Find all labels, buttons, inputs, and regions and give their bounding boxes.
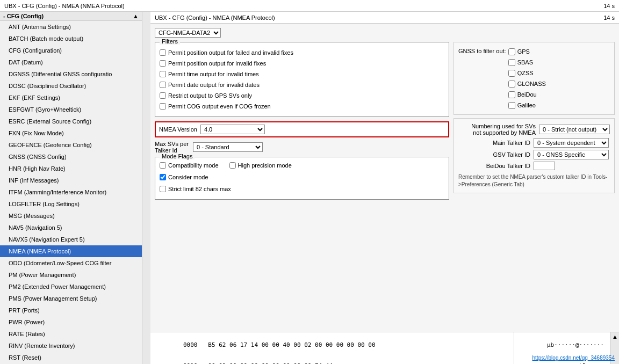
sidebar: - CFG (Config) ▲ ANT (Antenna Settings)B… [0, 12, 142, 364]
filter-checkbox-permit-date[interactable] [160, 82, 166, 88]
sidebar-item-rinv[interactable]: RINV (Remote Inventory) [0, 340, 142, 352]
filter-label-permit-cog: Permit COG output even if COG frozen [168, 101, 271, 111]
sidebar-item-odo[interactable]: ODO (Odometer/Low-Speed COG filter [0, 257, 142, 269]
max-svs-row: Max SVs perTalker Id 0 - Standard [155, 141, 449, 154]
gnss-filter-area: GNSS to filter out: GPSSBASQZSSGLONASSBe… [454, 42, 615, 115]
sidebar-item-logfilter[interactable]: LOGFILTER (Log Settings) [0, 198, 142, 210]
config-dropdown[interactable]: CFG-NMEA-DATA2 [155, 28, 221, 38]
mode-flag-row-high-precision: High precision mode [229, 161, 292, 170]
sidebar-item-batch[interactable]: BATCH (Batch mode output) [0, 33, 142, 45]
sidebar-item-esfgwt[interactable]: ESFGWT (Gyro+Wheeltick) [0, 104, 142, 115]
sidebar-item-rst[interactable]: RST (Reset) [0, 352, 142, 363]
mode-flags-row2: Strict limit 82 chars max [160, 184, 444, 195]
left-panel: Filters Permit position output for faile… [155, 42, 449, 204]
sidebar-item-geofence[interactable]: GEOFENCE (Geofence Config) [0, 139, 142, 151]
mode-flag-checkbox-strict-82[interactable] [160, 186, 166, 192]
gnss-checkbox-beidou[interactable] [508, 91, 515, 98]
sidebar-item-dosc[interactable]: DOSC (Disciplined Oscillator) [0, 80, 142, 92]
gnss-check-row-sbas: SBAS [508, 57, 546, 67]
gnss-checkbox-galileo[interactable] [508, 102, 515, 109]
main-talker-row: Main Talker ID 0 - System dependent1 - G… [458, 138, 610, 148]
filter-checkbox-permit-pos-failed[interactable] [160, 49, 166, 56]
mode-flags-group: Mode Flags Compatibility modeHigh precis… [155, 157, 449, 200]
mode-flag-row-consider-mode: Consider mode [160, 172, 444, 182]
sidebar-item-cfg[interactable]: CFG (Configuration) [0, 45, 142, 56]
sidebar-item-fxn[interactable]: FXN (Fix Now Mode) [0, 127, 142, 139]
sidebar-item-pms[interactable]: PMS (Power Management Setup) [0, 293, 142, 304]
gnss-label-galileo: Galileo [517, 100, 536, 110]
sidebar-item-hnr[interactable]: HNR (High Nav Rate) [0, 163, 142, 174]
gnss-label-gps: GPS [517, 47, 530, 56]
sidebar-item-dat[interactable]: DAT (Datum) [0, 56, 142, 68]
filter-row-permit-pos-invalid: Permit position output for invalid fixes [160, 59, 444, 68]
filter-checkbox-restrict-gps[interactable] [160, 92, 166, 99]
title-bar: UBX - CFG (Config) - NMEA (NMEA Protocol… [0, 0, 619, 12]
watermark: https://blog.csdn.net/qq_34689354 [530, 354, 617, 362]
sidebar-item-ant[interactable]: ANT (Antenna Settings) [0, 21, 142, 33]
gnss-checkbox-sbas[interactable] [508, 59, 515, 66]
gsv-talker-label: GSV Talker ID [458, 151, 534, 158]
nmea-version-box: NMEA Version 4.04.12.33.03.1 [155, 121, 449, 137]
gnss-check-row-qzss: QZSS [508, 68, 546, 78]
talker-area: Numbering used for SVs not supported by … [454, 118, 615, 193]
mode-flags-row0: Compatibility modeHigh precision mode [160, 161, 444, 171]
numbering-row: Numbering used for SVs not supported by … [458, 123, 610, 136]
filter-checkbox-permit-cog[interactable] [160, 103, 166, 110]
sidebar-item-nav5[interactable]: NAV5 (Navigation 5) [0, 222, 142, 234]
filter-row-permit-pos-failed: Permit position output for failed and in… [160, 48, 444, 57]
gsv-talker-row: GSV Talker ID 0 - GNSS Specific1 - Main … [458, 150, 610, 159]
gnss-filter-label: GNSS to filter out: [458, 47, 506, 110]
gnss-label-beidou: BeiDou [517, 90, 537, 99]
filter-row-permit-cog: Permit COG output even if COG frozen [160, 101, 444, 111]
mode-flag-label-strict-82: Strict limit 82 chars max [168, 184, 231, 194]
filter-row-restrict-gps: Restrict output to GPS SVs only [160, 91, 444, 100]
filter-row-permit-time: Permit time output for invalid times [160, 69, 444, 79]
sidebar-scrollbar[interactable] [142, 12, 150, 364]
gnss-checkbox-glonass[interactable] [508, 81, 515, 88]
mode-flag-label-consider-mode: Consider mode [168, 172, 208, 182]
mode-flag-checkbox-compat-mode[interactable] [160, 162, 166, 169]
sidebar-item-pwr[interactable]: PWR (Power) [0, 316, 142, 328]
sidebar-item-navx5[interactable]: NAVX5 (Navigation Expert 5) [0, 234, 142, 245]
hex-left: 0000 B5 62 06 17 14 00 00 40 00 02 00 00… [150, 332, 514, 364]
sidebar-item-pm[interactable]: PM (Power Management) [0, 269, 142, 281]
sidebar-item-pm2[interactable]: PM2 (Extended Power Management) [0, 281, 142, 293]
sidebar-item-inf[interactable]: INF (Inf Messages) [0, 174, 142, 186]
mode-flag-row-strict-82: Strict limit 82 chars max [160, 184, 444, 194]
sidebar-item-nmea[interactable]: NMEA (NMEA Protocol) [0, 245, 142, 257]
content-title: UBX - CFG (Config) - NMEA (NMEA Protocol… [155, 14, 275, 21]
gnss-checkbox-qzss[interactable] [508, 70, 515, 77]
mode-flag-checkbox-high-precision[interactable] [229, 162, 236, 169]
max-svs-dropdown[interactable]: 0 - Standard [193, 142, 263, 152]
main-talker-dropdown[interactable]: 0 - System dependent1 - GP2 - GL3 - GN [534, 138, 609, 148]
sidebar-item-gnss[interactable]: GNSS (GNSS Config) [0, 151, 142, 163]
filter-label-permit-pos-failed: Permit position output for failed and in… [168, 48, 293, 57]
filter-checkbox-permit-pos-invalid[interactable] [160, 60, 166, 67]
nmea-version-dropdown[interactable]: 4.04.12.33.03.1 [200, 125, 265, 134]
numbering-dropdown[interactable]: 0 - Strict (not output)1 - Extended2 - P… [539, 125, 610, 134]
sidebar-item-prt[interactable]: PRT (Ports) [0, 304, 142, 316]
sidebar-item-msg[interactable]: MSG (Messages) [0, 210, 142, 222]
sidebar-item-itfm[interactable]: ITFM (Jamming/Interference Monitor) [0, 186, 142, 198]
beidou-talker-row: BeiDou Talker ID [458, 162, 610, 170]
filters-title: Filters [160, 38, 180, 45]
filter-checkbox-permit-time[interactable] [160, 71, 166, 77]
sidebar-item-rate[interactable]: RATE (Rates) [0, 328, 142, 340]
mode-flags-title: Mode Flags [160, 153, 195, 159]
gnss-label-sbas: SBAS [517, 57, 533, 67]
gnss-check-row-galileo: Galileo [508, 100, 546, 110]
hex-right1: µb······@······· [547, 341, 604, 348]
dropdown-row: CFG-NMEA-DATA2 [155, 28, 615, 38]
beidou-talker-input[interactable] [534, 162, 555, 170]
mode-flag-row-compat-mode: Compatibility mode [160, 161, 219, 170]
sidebar-item-esrc[interactable]: ESRC (External Source Config) [0, 115, 142, 127]
sidebar-item-dgnss[interactable]: DGNSS (Differential GNSS configuratio [0, 68, 142, 80]
mode-flag-checkbox-consider-mode[interactable] [160, 174, 166, 180]
gsv-talker-dropdown[interactable]: 0 - GNSS Specific1 - Main Talker [534, 150, 609, 159]
sidebar-item-ekf[interactable]: EKF (EKF Settings) [0, 92, 142, 104]
title-text: UBX - CFG (Config) - NMEA (NMEA Protocol… [4, 3, 125, 9]
gnss-checkbox-gps[interactable] [508, 48, 515, 55]
sidebar-header: - CFG (Config) ▲ [0, 12, 142, 21]
mode-flag-label-high-precision: High precision mode [238, 161, 292, 170]
content-timer: 14 s [603, 14, 615, 21]
